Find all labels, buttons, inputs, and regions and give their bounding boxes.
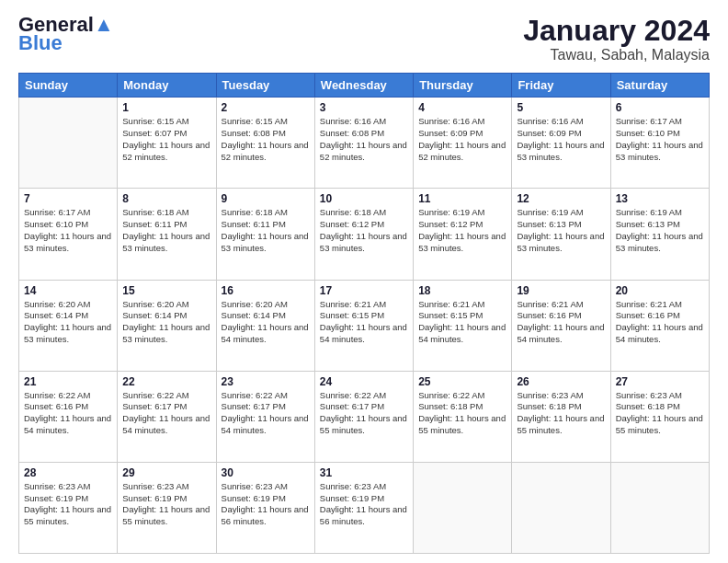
day-info: Sunrise: 6:23 AM Sunset: 6:18 PM Dayligh… <box>616 390 704 437</box>
day-info: Sunrise: 6:16 AM Sunset: 6:08 PM Dayligh… <box>320 116 408 163</box>
day-info: Sunrise: 6:20 AM Sunset: 6:14 PM Dayligh… <box>122 299 210 346</box>
day-number: 16 <box>222 284 310 297</box>
day-cell: 12Sunrise: 6:19 AM Sunset: 6:13 PM Dayli… <box>512 189 610 280</box>
day-cell: 19Sunrise: 6:21 AM Sunset: 6:16 PM Dayli… <box>512 280 610 371</box>
day-number: 10 <box>320 192 408 205</box>
day-info: Sunrise: 6:18 AM Sunset: 6:12 PM Dayligh… <box>320 207 408 254</box>
day-info: Sunrise: 6:18 AM Sunset: 6:11 PM Dayligh… <box>222 207 310 254</box>
header: General▲ Blue January 2024 Tawau, Sabah,… <box>18 15 710 63</box>
day-number: 5 <box>517 101 605 114</box>
day-cell: 7Sunrise: 6:17 AM Sunset: 6:10 PM Daylig… <box>19 189 118 280</box>
week-row-2: 14Sunrise: 6:20 AM Sunset: 6:14 PM Dayli… <box>19 280 710 371</box>
day-number: 31 <box>320 466 408 479</box>
day-cell: 15Sunrise: 6:20 AM Sunset: 6:14 PM Dayli… <box>118 280 216 371</box>
day-cell: 24Sunrise: 6:22 AM Sunset: 6:17 PM Dayli… <box>314 371 413 462</box>
day-cell: 18Sunrise: 6:21 AM Sunset: 6:15 PM Dayli… <box>414 280 512 371</box>
day-number: 24 <box>320 375 408 388</box>
day-info: Sunrise: 6:22 AM Sunset: 6:17 PM Dayligh… <box>222 390 310 437</box>
day-info: Sunrise: 6:23 AM Sunset: 6:19 PM Dayligh… <box>222 481 310 528</box>
day-info: Sunrise: 6:15 AM Sunset: 6:08 PM Dayligh… <box>222 116 310 163</box>
day-number: 4 <box>418 101 506 114</box>
day-cell: 2Sunrise: 6:15 AM Sunset: 6:08 PM Daylig… <box>216 98 314 189</box>
logo: General▲ Blue <box>18 15 114 55</box>
day-info: Sunrise: 6:19 AM Sunset: 6:13 PM Dayligh… <box>517 207 605 254</box>
day-cell <box>414 462 512 553</box>
week-row-3: 21Sunrise: 6:22 AM Sunset: 6:16 PM Dayli… <box>19 371 710 462</box>
day-cell: 3Sunrise: 6:16 AM Sunset: 6:08 PM Daylig… <box>314 98 413 189</box>
day-number: 2 <box>222 101 310 114</box>
day-cell: 31Sunrise: 6:23 AM Sunset: 6:19 PM Dayli… <box>314 462 413 553</box>
day-cell: 28Sunrise: 6:23 AM Sunset: 6:19 PM Dayli… <box>19 462 118 553</box>
day-cell: 11Sunrise: 6:19 AM Sunset: 6:12 PM Dayli… <box>414 189 512 280</box>
day-number: 30 <box>222 466 310 479</box>
day-cell: 16Sunrise: 6:20 AM Sunset: 6:14 PM Dayli… <box>216 280 314 371</box>
day-info: Sunrise: 6:23 AM Sunset: 6:19 PM Dayligh… <box>320 481 408 528</box>
day-cell: 13Sunrise: 6:19 AM Sunset: 6:13 PM Dayli… <box>610 189 709 280</box>
calendar-title: January 2024 <box>523 15 710 47</box>
day-number: 20 <box>616 284 704 297</box>
day-number: 21 <box>24 375 112 388</box>
day-info: Sunrise: 6:22 AM Sunset: 6:18 PM Dayligh… <box>418 390 506 437</box>
day-cell: 21Sunrise: 6:22 AM Sunset: 6:16 PM Dayli… <box>19 371 118 462</box>
day-info: Sunrise: 6:21 AM Sunset: 6:16 PM Dayligh… <box>517 299 605 346</box>
week-row-0: 1Sunrise: 6:15 AM Sunset: 6:07 PM Daylig… <box>19 98 710 189</box>
logo-blue: Blue <box>18 31 63 55</box>
day-number: 12 <box>517 192 605 205</box>
col-wednesday: Wednesday <box>314 74 413 98</box>
calendar-subtitle: Tawau, Sabah, Malaysia <box>523 47 710 63</box>
col-sunday: Sunday <box>19 74 118 98</box>
day-number: 18 <box>418 284 506 297</box>
day-number: 19 <box>517 284 605 297</box>
day-cell <box>19 98 118 189</box>
day-number: 8 <box>122 192 210 205</box>
day-number: 17 <box>320 284 408 297</box>
day-info: Sunrise: 6:20 AM Sunset: 6:14 PM Dayligh… <box>222 299 310 346</box>
day-number: 14 <box>24 284 112 297</box>
day-cell: 29Sunrise: 6:23 AM Sunset: 6:19 PM Dayli… <box>118 462 216 553</box>
col-friday: Friday <box>512 74 610 98</box>
day-info: Sunrise: 6:22 AM Sunset: 6:17 PM Dayligh… <box>320 390 408 437</box>
day-info: Sunrise: 6:21 AM Sunset: 6:15 PM Dayligh… <box>320 299 408 346</box>
day-info: Sunrise: 6:21 AM Sunset: 6:15 PM Dayligh… <box>418 299 506 346</box>
day-cell: 14Sunrise: 6:20 AM Sunset: 6:14 PM Dayli… <box>19 280 118 371</box>
day-cell: 6Sunrise: 6:17 AM Sunset: 6:10 PM Daylig… <box>610 98 709 189</box>
day-cell: 10Sunrise: 6:18 AM Sunset: 6:12 PM Dayli… <box>314 189 413 280</box>
day-number: 27 <box>616 375 704 388</box>
day-info: Sunrise: 6:23 AM Sunset: 6:19 PM Dayligh… <box>122 481 210 528</box>
day-cell: 23Sunrise: 6:22 AM Sunset: 6:17 PM Dayli… <box>216 371 314 462</box>
day-info: Sunrise: 6:17 AM Sunset: 6:10 PM Dayligh… <box>616 116 704 163</box>
day-info: Sunrise: 6:16 AM Sunset: 6:09 PM Dayligh… <box>418 116 506 163</box>
day-cell: 1Sunrise: 6:15 AM Sunset: 6:07 PM Daylig… <box>118 98 216 189</box>
calendar-table: Sunday Monday Tuesday Wednesday Thursday… <box>18 73 710 554</box>
day-info: Sunrise: 6:19 AM Sunset: 6:12 PM Dayligh… <box>418 207 506 254</box>
day-number: 1 <box>122 101 210 114</box>
day-cell: 27Sunrise: 6:23 AM Sunset: 6:18 PM Dayli… <box>610 371 709 462</box>
day-cell: 9Sunrise: 6:18 AM Sunset: 6:11 PM Daylig… <box>216 189 314 280</box>
day-cell: 25Sunrise: 6:22 AM Sunset: 6:18 PM Dayli… <box>414 371 512 462</box>
day-number: 11 <box>418 192 506 205</box>
day-info: Sunrise: 6:18 AM Sunset: 6:11 PM Dayligh… <box>122 207 210 254</box>
day-number: 7 <box>24 192 112 205</box>
title-area: January 2024 Tawau, Sabah, Malaysia <box>523 15 710 63</box>
day-info: Sunrise: 6:16 AM Sunset: 6:09 PM Dayligh… <box>517 116 605 163</box>
day-cell: 17Sunrise: 6:21 AM Sunset: 6:15 PM Dayli… <box>314 280 413 371</box>
week-row-1: 7Sunrise: 6:17 AM Sunset: 6:10 PM Daylig… <box>19 189 710 280</box>
day-cell: 22Sunrise: 6:22 AM Sunset: 6:17 PM Dayli… <box>118 371 216 462</box>
day-number: 9 <box>222 192 310 205</box>
day-number: 26 <box>517 375 605 388</box>
week-row-4: 28Sunrise: 6:23 AM Sunset: 6:19 PM Dayli… <box>19 462 710 553</box>
day-info: Sunrise: 6:22 AM Sunset: 6:17 PM Dayligh… <box>122 390 210 437</box>
day-cell: 5Sunrise: 6:16 AM Sunset: 6:09 PM Daylig… <box>512 98 610 189</box>
day-number: 3 <box>320 101 408 114</box>
col-monday: Monday <box>118 74 216 98</box>
day-info: Sunrise: 6:22 AM Sunset: 6:16 PM Dayligh… <box>24 390 112 437</box>
day-cell: 26Sunrise: 6:23 AM Sunset: 6:18 PM Dayli… <box>512 371 610 462</box>
day-number: 6 <box>616 101 704 114</box>
day-cell: 30Sunrise: 6:23 AM Sunset: 6:19 PM Dayli… <box>216 462 314 553</box>
day-info: Sunrise: 6:15 AM Sunset: 6:07 PM Dayligh… <box>122 116 210 163</box>
day-number: 25 <box>418 375 506 388</box>
day-number: 28 <box>24 466 112 479</box>
day-info: Sunrise: 6:21 AM Sunset: 6:16 PM Dayligh… <box>616 299 704 346</box>
day-number: 23 <box>222 375 310 388</box>
header-row: Sunday Monday Tuesday Wednesday Thursday… <box>19 74 710 98</box>
